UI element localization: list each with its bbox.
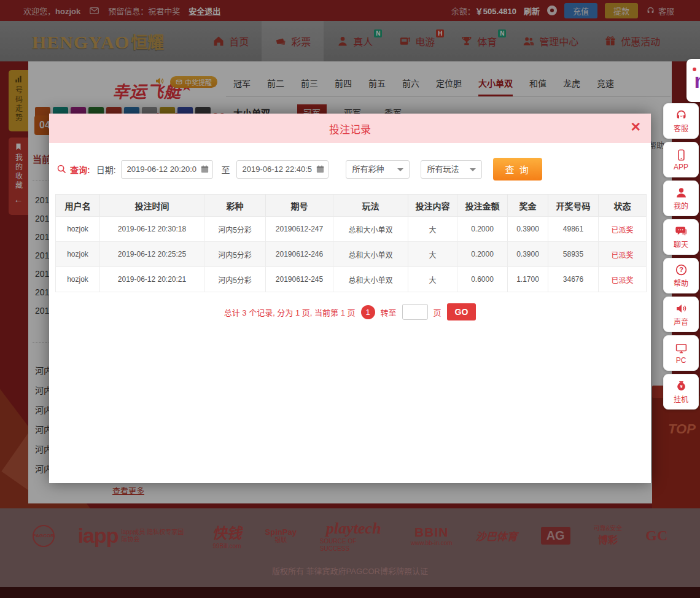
sidebar-item-chat[interactable]: 聊天: [663, 219, 699, 255]
table-cell: 49861: [548, 217, 599, 242]
status-badge: 已派奖: [599, 267, 647, 292]
sidebar-item-mine[interactable]: 我的: [663, 181, 699, 216]
bet-records-table: 用户名 投注时间 彩种 期号 玩法 投注内容 投注金额 奖金 开奖号码 状态 h…: [55, 194, 647, 292]
pagination: 总计 3 个记录, 分为 1 页, 当前第 1 页 1 转至 页 GO: [49, 303, 651, 320]
date-label: 日期:: [96, 163, 116, 176]
table-cell: 总和大小单双: [333, 267, 408, 292]
monitor-icon: [675, 342, 688, 355]
modal-header: 投注记录 ✕: [49, 114, 651, 143]
lottery-type-select[interactable]: 所有彩种: [346, 160, 410, 179]
close-icon[interactable]: ✕: [630, 120, 641, 133]
col-header: 投注内容: [408, 195, 457, 217]
go-button[interactable]: GO: [447, 303, 476, 320]
chat-icon: [675, 225, 688, 238]
table-cell: 2019-06-12 20:25:25: [100, 242, 204, 267]
table-row: hozjok 2019-06-12 20:20:21 河内5分彩 2019061…: [56, 267, 647, 292]
table-cell: 1.1700: [508, 267, 548, 292]
headset-icon: [675, 109, 688, 122]
table-cell: 2019-06-12 20:20:21: [100, 267, 204, 292]
promo-widget[interactable]: n: [686, 59, 700, 102]
sidebar-item-autoplay[interactable]: ¥ 挂机: [663, 374, 699, 410]
date-to-wrap: [236, 160, 329, 179]
question-icon: ?: [675, 263, 688, 276]
col-header: 彩种: [204, 195, 266, 217]
svg-text:?: ?: [679, 266, 683, 273]
query-label: 查询:: [70, 163, 90, 176]
table-cell: hozjok: [56, 242, 100, 267]
table-cell: 河内5分彩: [204, 217, 266, 242]
search-icon: [56, 164, 67, 174]
col-header: 用户名: [56, 195, 100, 217]
page: 欢迎您，hozjok 预留信息：祝君中奖 安全退出 余额：￥505.4810 刷…: [0, 0, 700, 598]
modal-title: 投注记录: [329, 121, 371, 136]
table-cell: 总和大小单双: [333, 242, 408, 267]
table-cell: 20190612-245: [266, 267, 333, 292]
sidebar-item-app[interactable]: APP: [663, 142, 699, 177]
col-header: 投注时间: [100, 195, 204, 217]
play-type-select[interactable]: 所有玩法: [421, 160, 482, 179]
promo-logo: n: [694, 69, 700, 93]
table-cell: 0.2000: [457, 242, 508, 267]
table-row: hozjok 2019-06-12 20:25:25 河内5分彩 2019061…: [56, 242, 647, 267]
filter-bar: 查询: 日期: 至 所有彩种 所有玩法 查 询: [56, 158, 651, 181]
col-header: 期号: [266, 195, 333, 217]
table-header-row: 用户名 投注时间 彩种 期号 玩法 投注内容 投注金额 奖金 开奖号码 状态: [56, 195, 647, 217]
date-to-input[interactable]: [236, 160, 329, 179]
table-cell: 0.6000: [457, 267, 508, 292]
goto-label: 转至: [381, 306, 397, 318]
table-cell: 2019-06-12 20:30:18: [100, 217, 204, 242]
table-cell: 34676: [548, 267, 599, 292]
table-cell: 大: [408, 217, 457, 242]
table-cell: 0.3900: [508, 242, 548, 267]
col-header: 投注金额: [457, 195, 508, 217]
sidebar-item-sound[interactable]: 声音: [663, 297, 699, 332]
user-icon: [675, 186, 688, 199]
col-header: 开奖号码: [548, 195, 599, 217]
table-cell: 总和大小单双: [333, 217, 408, 242]
table-cell: hozjok: [56, 267, 100, 292]
pagination-summary: 总计 3 个记录, 分为 1 页, 当前第 1 页: [224, 306, 356, 318]
sidebar-item-pc[interactable]: PC: [663, 335, 699, 371]
table-cell: 0.2000: [457, 217, 508, 242]
calendar-icon[interactable]: [200, 165, 209, 174]
table-cell: 0.3900: [508, 217, 548, 242]
table-cell: 58935: [548, 242, 599, 267]
table-cell: 20190612-247: [266, 217, 333, 242]
sidebar-item-help[interactable]: ? 帮助: [663, 258, 699, 293]
moneybag-icon: ¥: [675, 379, 688, 392]
table-cell: 20190612-246: [266, 242, 333, 267]
bet-records-modal: 投注记录 ✕ 查询: 日期: 至 所有彩种 所有玩法 查 询 用户: [49, 114, 651, 483]
table-cell: 大: [408, 267, 457, 292]
table-cell: 河内5分彩: [204, 267, 266, 292]
page-number-input[interactable]: [402, 304, 428, 320]
status-badge: 已派奖: [599, 217, 647, 242]
floating-sidebar: 客服 APP 我的 聊天 ? 帮助 声音 PC ¥ 挂机: [663, 103, 699, 410]
status-badge: 已派奖: [599, 242, 647, 267]
calendar-icon[interactable]: [316, 165, 325, 174]
page-unit-label: 页: [434, 306, 441, 318]
speaker-icon: [675, 302, 688, 315]
search-button[interactable]: 查 询: [493, 158, 542, 181]
col-header: 玩法: [333, 195, 408, 217]
date-from-input[interactable]: [121, 160, 213, 179]
table-row: hozjok 2019-06-12 20:30:18 河内5分彩 2019061…: [56, 217, 647, 242]
col-header: 状态: [599, 195, 647, 217]
sidebar-item-service[interactable]: 客服: [663, 103, 699, 139]
to-label: 至: [222, 163, 230, 176]
table-cell: 河内5分彩: [204, 242, 266, 267]
col-header: 奖金: [508, 195, 548, 217]
date-from-wrap: [121, 160, 213, 179]
phone-icon: [675, 149, 688, 161]
table-cell: 大: [408, 242, 457, 267]
table-cell: hozjok: [56, 217, 100, 242]
current-page-badge[interactable]: 1: [361, 305, 375, 319]
